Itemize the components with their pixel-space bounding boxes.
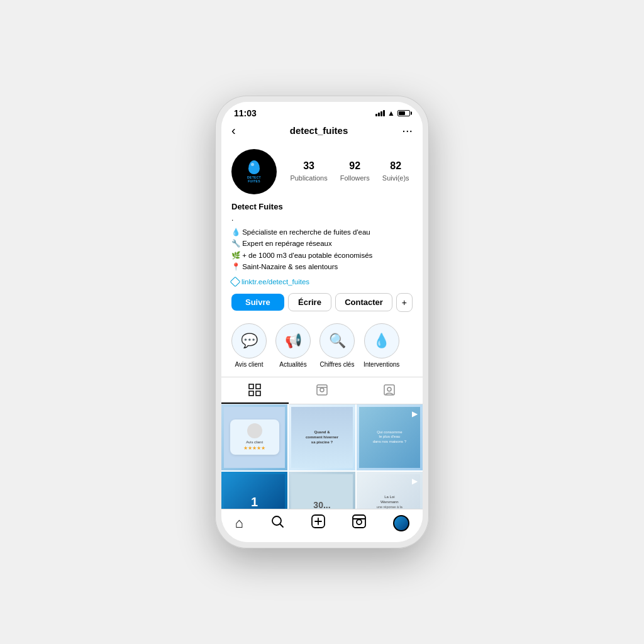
- follow-button[interactable]: Suivre: [231, 294, 284, 311]
- svg-rect-14: [353, 515, 365, 528]
- signal-bar-4: [383, 110, 385, 116]
- bottom-navigation: ⌂: [221, 509, 423, 542]
- more-options-button[interactable]: ···: [402, 123, 413, 138]
- highlight-interventions[interactable]: 💧 Interventions: [364, 323, 399, 368]
- signal-bar-1: [375, 114, 377, 116]
- back-button[interactable]: ‹: [231, 123, 236, 138]
- grid-item-3[interactable]: Qui consommele plus d'eaudans nos maison…: [357, 404, 423, 470]
- grid-item-4-inner: 1 Recherche de fuites: [221, 472, 287, 509]
- avatar: DETECTFUITES: [231, 149, 277, 194]
- stat-publications: 33 Publications: [290, 160, 327, 183]
- nav-profile-avatar[interactable]: [393, 515, 409, 531]
- reels-nav-icon: [352, 514, 366, 528]
- bio-line-4: 📍 Saint-Nazaire & ses alentours: [231, 261, 413, 272]
- grid-item-1[interactable]: Avis client ★★★★★: [221, 404, 287, 470]
- highlight-chiffres[interactable]: 🔍 Chiffres clés: [319, 323, 355, 368]
- grid-item-5-inner: 30...: [289, 472, 355, 509]
- highlight-actualites-label: Actualités: [279, 361, 306, 368]
- svg-rect-2: [249, 391, 253, 396]
- highlight-chiffres-circle[interactable]: 🔍: [319, 323, 355, 358]
- phone-screen: 11:03 ▲ ‹ detect_fuites ···: [221, 102, 423, 542]
- svg-rect-3: [256, 391, 260, 396]
- bio-line-3: 🌿 + de 1000 m3 d'eau potable économisés: [231, 250, 413, 261]
- highlight-avis-circle[interactable]: 💬: [231, 323, 267, 358]
- svg-rect-1: [256, 384, 260, 389]
- grid-icon: [248, 384, 261, 396]
- nav-add[interactable]: [311, 514, 325, 532]
- highlight-interventions-label: Interventions: [364, 361, 399, 368]
- grid-item-2-inner: Quand &comment hivernersa piscine ?: [289, 404, 355, 470]
- tab-reels[interactable]: [289, 377, 356, 404]
- nav-home[interactable]: ⌂: [235, 515, 243, 531]
- stat-followers-number: 92: [340, 160, 370, 172]
- grid-item-4[interactable]: 1 Recherche de fuites: [221, 472, 287, 509]
- tagged-icon: [383, 384, 396, 396]
- profile-content[interactable]: DETECTFUITES 33 Publications 92 Follower…: [221, 143, 423, 509]
- stat-publications-number: 33: [290, 160, 327, 172]
- profile-name: Detect Fuites: [231, 202, 413, 211]
- grid-item-6-inner: La LoiWarsmannune réponse à lasurconsomm…: [357, 472, 423, 509]
- status-time: 11:03: [234, 108, 257, 118]
- wifi-icon: ▲: [387, 109, 395, 118]
- highlight-avis-client[interactable]: 💬 Avis client: [231, 323, 267, 368]
- profile-stats: 33 Publications 92 Followers 82 Suivi(e)…: [287, 160, 413, 183]
- grid-item-5[interactable]: 30...: [289, 472, 355, 509]
- profile-header: ‹ detect_fuites ···: [221, 121, 423, 143]
- svg-point-8: [387, 387, 391, 391]
- highlight-actualites[interactable]: 📢 Actualités: [275, 323, 311, 368]
- grid-item-1-inner: Avis client ★★★★★: [221, 404, 287, 470]
- svg-rect-4: [317, 385, 327, 395]
- bio-line-1: 💧 Spécialiste en recherche de fuites d'e…: [231, 226, 413, 238]
- svg-point-5: [320, 388, 324, 392]
- header-username: detect_fuites: [290, 125, 348, 136]
- status-bar: 11:03 ▲: [221, 102, 423, 121]
- photo-grid: Avis client ★★★★★ Quand &comment hiverne…: [221, 404, 423, 509]
- phone-frame: 11:03 ▲ ‹ detect_fuites ···: [215, 96, 429, 548]
- link-icon: [230, 276, 241, 287]
- highlight-interventions-circle[interactable]: 💧: [364, 323, 399, 358]
- profile-section: DETECTFUITES 33 Publications 92 Follower…: [221, 143, 423, 377]
- status-icons: ▲: [375, 109, 410, 118]
- nav-search[interactable]: [270, 514, 284, 532]
- svg-rect-0: [249, 384, 253, 389]
- action-buttons: Suivre Écrire Contacter +: [231, 293, 413, 312]
- battery-icon: [397, 110, 410, 116]
- add-nav-icon: [311, 514, 325, 528]
- signal-bars-icon: [375, 110, 385, 116]
- tab-tagged[interactable]: [355, 377, 423, 404]
- svg-point-15: [357, 519, 362, 525]
- profile-dot: .: [231, 214, 413, 223]
- stat-followers: 92 Followers: [340, 160, 370, 183]
- video-badge-3: ▶: [412, 409, 418, 418]
- grid-item-6[interactable]: La LoiWarsmannune réponse à lasurconsomm…: [357, 472, 423, 509]
- profile-link[interactable]: linktr.ee/detect_fuites: [231, 278, 413, 286]
- highlight-chiffres-label: Chiffres clés: [320, 361, 355, 368]
- contact-button[interactable]: Contacter: [335, 293, 392, 311]
- reels-icon: [316, 384, 328, 396]
- stat-publications-label: Publications: [290, 174, 327, 182]
- profile-top: DETECTFUITES 33 Publications 92 Follower…: [231, 149, 413, 194]
- stat-following-number: 82: [382, 160, 409, 172]
- stat-following-label: Suivi(e)s: [382, 174, 409, 182]
- link-text[interactable]: linktr.ee/detect_fuites: [242, 278, 309, 286]
- tab-grid[interactable]: [221, 377, 289, 404]
- stat-followers-label: Followers: [340, 174, 370, 182]
- signal-bar-2: [378, 113, 380, 116]
- highlight-avis-label: Avis client: [235, 361, 264, 368]
- video-badge-6: ▶: [412, 477, 418, 486]
- content-tabs: [221, 377, 423, 404]
- profile-bio: 💧 Spécialiste en recherche de fuites d'e…: [231, 226, 413, 273]
- grid-item-2[interactable]: Quand &comment hivernersa piscine ?: [289, 404, 355, 470]
- bio-line-2: 🔧 Expert en repérage réseaux: [231, 238, 413, 249]
- grid-item-3-inner: Qui consommele plus d'eaudans nos maison…: [357, 404, 423, 470]
- signal-bar-3: [380, 111, 382, 116]
- story-highlights: 💬 Avis client 📢 Actualités 🔍 Chiffres cl…: [231, 321, 413, 377]
- search-nav-icon: [270, 514, 284, 528]
- nav-reels[interactable]: [352, 514, 366, 532]
- highlight-actualites-circle[interactable]: 📢: [275, 323, 311, 358]
- svg-line-10: [280, 524, 283, 527]
- stat-following: 82 Suivi(e)s: [382, 160, 409, 183]
- add-user-button[interactable]: +: [396, 293, 413, 312]
- write-button[interactable]: Écrire: [288, 293, 331, 311]
- battery-fill: [399, 111, 405, 115]
